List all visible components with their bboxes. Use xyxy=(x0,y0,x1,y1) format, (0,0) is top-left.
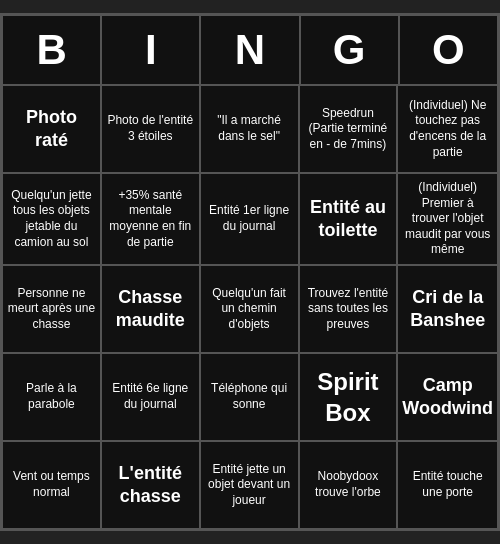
bingo-cell: Quelqu'un jette tous les objets jetable … xyxy=(2,173,101,265)
bingo-cell: (Individuel) Ne touchez pas d'encens de … xyxy=(397,85,498,173)
bingo-cell: Chasse maudite xyxy=(101,265,200,353)
header-letter: I xyxy=(101,15,200,85)
bingo-cell: Photo raté xyxy=(2,85,101,173)
bingo-cell: Parle à la parabole xyxy=(2,353,101,441)
bingo-cell: (Individuel) Premier à trouver l'objet m… xyxy=(397,173,498,265)
bingo-header: BINGO xyxy=(2,15,498,85)
header-letter: O xyxy=(399,15,498,85)
bingo-cell: Photo de l'entité 3 étoiles xyxy=(101,85,200,173)
bingo-cell: Entité 6e ligne du journal xyxy=(101,353,200,441)
bingo-cell: L'entité chasse xyxy=(101,441,200,529)
header-letter: G xyxy=(300,15,399,85)
bingo-cell: Entité 1er ligne du journal xyxy=(200,173,299,265)
header-letter: B xyxy=(2,15,101,85)
bingo-cell: Entité au toilette xyxy=(299,173,398,265)
bingo-cell: Vent ou temps normal xyxy=(2,441,101,529)
bingo-cell: Quelqu'un fait un chemin d'objets xyxy=(200,265,299,353)
bingo-cell: Trouvez l'entité sans toutes les preuves xyxy=(299,265,398,353)
bingo-cell: Téléphone qui sonne xyxy=(200,353,299,441)
bingo-cell: "Il a marché dans le sel" xyxy=(200,85,299,173)
bingo-cell: Entité jette un objet devant un joueur xyxy=(200,441,299,529)
bingo-grid: Photo ratéPhoto de l'entité 3 étoiles"Il… xyxy=(2,85,498,529)
bingo-cell: Spirit Box xyxy=(299,353,398,441)
header-letter: N xyxy=(200,15,299,85)
bingo-cell: Noobydoox trouve l'orbe xyxy=(299,441,398,529)
bingo-cell: Cri de la Banshee xyxy=(397,265,498,353)
bingo-cell: Entité touche une porte xyxy=(397,441,498,529)
bingo-cell: Speedrun (Partie terminé en - de 7mins) xyxy=(299,85,398,173)
bingo-card: BINGO Photo ratéPhoto de l'entité 3 étoi… xyxy=(0,13,500,531)
bingo-cell: Personne ne meurt après une chasse xyxy=(2,265,101,353)
bingo-cell: Camp Woodwind xyxy=(397,353,498,441)
bingo-cell: +35% santé mentale moyenne en fin de par… xyxy=(101,173,200,265)
